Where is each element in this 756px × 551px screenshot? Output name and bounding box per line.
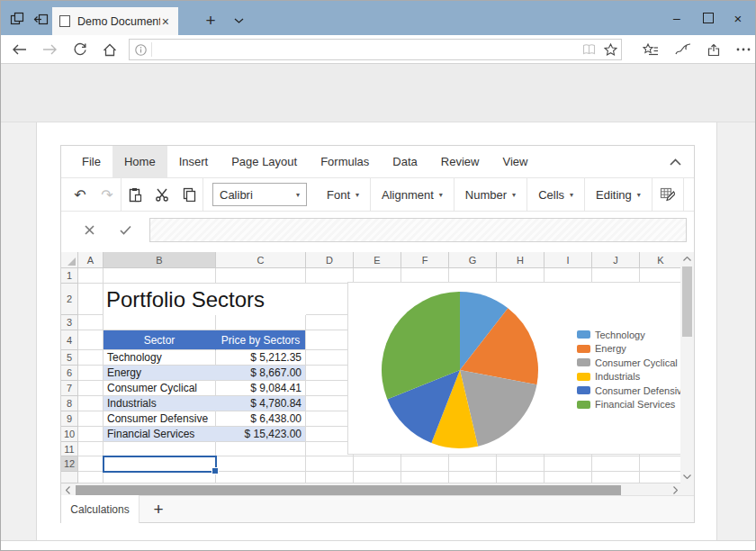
- share-icon[interactable]: [706, 41, 724, 58]
- browser-tab[interactable]: Demo Document ×: [52, 7, 178, 35]
- tab-preview-icon[interactable]: [8, 11, 26, 27]
- ribbon-collapse-icon[interactable]: [670, 146, 681, 177]
- cell-B11[interactable]: [104, 442, 216, 456]
- cell-F12[interactable]: [401, 456, 449, 472]
- column-header-B[interactable]: B: [104, 252, 216, 268]
- cell-A8[interactable]: [78, 396, 104, 411]
- copy-button[interactable]: [176, 181, 202, 208]
- cell-C11[interactable]: [216, 442, 306, 456]
- cell-F[interactable]: [401, 472, 449, 483]
- fill-handle[interactable]: [212, 467, 219, 474]
- cell-A10[interactable]: [78, 427, 104, 442]
- toolbar-menu-editing[interactable]: Editing▾: [585, 178, 652, 211]
- toolbar-menu-number[interactable]: Number▾: [454, 178, 526, 211]
- paste-button[interactable]: [122, 181, 148, 208]
- select-all-corner[interactable]: [61, 252, 78, 268]
- table-header-cell[interactable]: Price by Sectors: [216, 330, 306, 350]
- price-cell[interactable]: $ 6,438.00: [216, 411, 306, 427]
- cell-C12[interactable]: [216, 456, 306, 472]
- row-header-1[interactable]: 1: [61, 268, 78, 284]
- cell-E[interactable]: [354, 472, 401, 483]
- url-field[interactable]: [129, 39, 622, 60]
- cell-G12[interactable]: [449, 456, 497, 472]
- forward-icon[interactable]: [40, 41, 58, 58]
- url-input[interactable]: [152, 42, 578, 57]
- redo-button[interactable]: ↷: [94, 181, 121, 208]
- column-header-K[interactable]: K: [640, 252, 682, 268]
- new-tab-button[interactable]: +: [198, 8, 223, 33]
- sector-cell[interactable]: Industrials: [104, 396, 216, 411]
- horizontal-scroll-thumb[interactable]: [76, 485, 621, 495]
- row-header-6[interactable]: 6: [61, 366, 78, 381]
- ribbon-tab-insert[interactable]: Insert: [167, 146, 220, 177]
- cell-J12[interactable]: [592, 456, 640, 472]
- tab-close-icon[interactable]: ×: [160, 15, 171, 28]
- cell-A6[interactable]: [78, 366, 104, 381]
- undo-button[interactable]: ↶: [67, 181, 94, 208]
- ribbon-tab-review[interactable]: Review: [429, 146, 491, 177]
- cell-A1[interactable]: [78, 268, 104, 284]
- ribbon-tab-view[interactable]: View: [490, 146, 539, 177]
- scroll-up-icon[interactable]: [680, 252, 694, 266]
- cell-H12[interactable]: [497, 456, 544, 472]
- price-cell[interactable]: $ 15,423.00: [216, 427, 306, 442]
- site-info-icon[interactable]: [130, 40, 151, 59]
- cell-B12[interactable]: [104, 456, 216, 472]
- column-header-J[interactable]: J: [592, 252, 640, 268]
- refresh-icon[interactable]: [71, 41, 89, 58]
- more-menu-icon[interactable]: [734, 41, 752, 58]
- cell-G[interactable]: [449, 472, 497, 483]
- row-header-12[interactable]: 12: [61, 456, 78, 472]
- cell-D[interactable]: [306, 472, 354, 483]
- cut-button[interactable]: [148, 181, 176, 208]
- ribbon-tab-formulas[interactable]: Formulas: [309, 146, 381, 177]
- pie-chart-object[interactable]: TechnologyEnergyConsumer CyclicalIndustr…: [347, 282, 682, 455]
- favorite-star-icon[interactable]: [599, 40, 621, 59]
- minimize-button[interactable]: –: [662, 1, 692, 35]
- ribbon-tab-file[interactable]: File: [70, 146, 112, 177]
- row-header-4[interactable]: 4: [61, 330, 78, 350]
- cell-D12[interactable]: [306, 456, 354, 472]
- row-header-2[interactable]: 2: [61, 284, 78, 315]
- cell-A9[interactable]: [78, 411, 104, 427]
- row-header-3[interactable]: 3: [61, 315, 78, 330]
- column-header-I[interactable]: I: [544, 252, 592, 268]
- column-header-H[interactable]: H: [497, 252, 544, 268]
- toolbar-menu-alignment[interactable]: Alignment▾: [371, 178, 454, 211]
- ribbon-tab-home[interactable]: Home: [112, 146, 167, 177]
- cell-K[interactable]: [640, 472, 682, 483]
- cell-I[interactable]: [544, 472, 592, 483]
- row-header-partial[interactable]: [61, 472, 78, 483]
- scroll-down-icon[interactable]: [680, 470, 694, 483]
- row-header-9[interactable]: 9: [61, 411, 78, 427]
- cell-C1[interactable]: [216, 268, 306, 284]
- formula-input[interactable]: [150, 219, 686, 241]
- sector-cell[interactable]: Financial Services: [104, 427, 216, 442]
- maximize-button[interactable]: [693, 1, 724, 35]
- price-cell[interactable]: $ 4,780.84: [216, 396, 306, 411]
- back-icon[interactable]: [10, 41, 28, 58]
- ribbon-tab-data[interactable]: Data: [381, 146, 428, 177]
- column-header-C[interactable]: C: [216, 252, 306, 268]
- sector-cell[interactable]: Consumer Defensive: [104, 411, 216, 427]
- cell-A12[interactable]: [78, 456, 104, 472]
- column-header-E[interactable]: E: [354, 252, 401, 268]
- cell-A7[interactable]: [78, 381, 104, 396]
- cell-A11[interactable]: [78, 442, 104, 456]
- ribbon-tab-page-layout[interactable]: Page Layout: [220, 146, 309, 177]
- price-cell[interactable]: $ 5,212.35: [216, 350, 306, 366]
- reading-view-icon[interactable]: [578, 40, 599, 59]
- row-header-11[interactable]: 11: [61, 442, 78, 456]
- toolbar-menu-font[interactable]: Font▾: [316, 178, 370, 211]
- price-cell[interactable]: $ 9,084.41: [216, 381, 306, 396]
- tab-list-chevron-icon[interactable]: [227, 8, 250, 33]
- sheet-tab-calculations[interactable]: Calculations: [61, 495, 140, 523]
- set-aside-tabs-icon[interactable]: [32, 11, 50, 27]
- table-header-cell[interactable]: Sector: [104, 330, 216, 350]
- row-header-8[interactable]: 8: [61, 396, 78, 411]
- cell-H[interactable]: [497, 472, 544, 483]
- sector-cell[interactable]: Energy: [104, 366, 216, 381]
- font-name-combobox[interactable]: Calibri ▾: [212, 183, 307, 206]
- row-header-7[interactable]: 7: [61, 381, 78, 396]
- sheet-title-text[interactable]: Portfolio Sectors: [104, 284, 306, 315]
